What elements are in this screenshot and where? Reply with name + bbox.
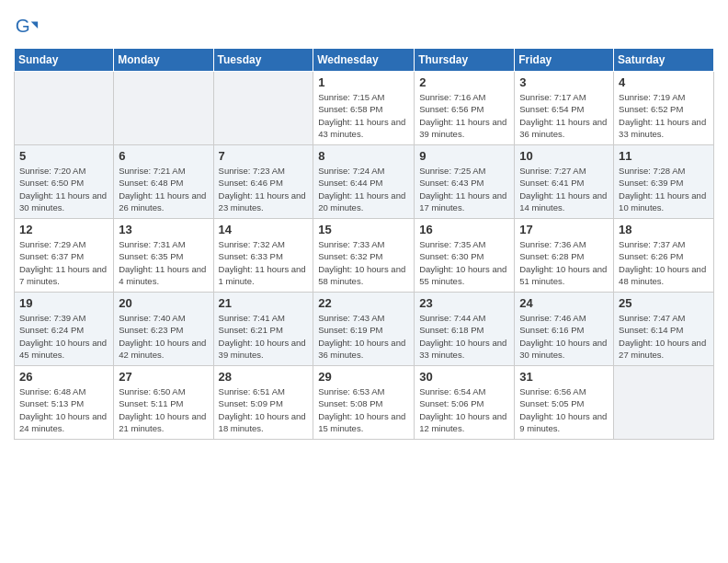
day-info: Sunrise: 7:46 AM Sunset: 6:16 PM Dayligh… [519, 312, 609, 361]
calendar-cell: 5Sunrise: 7:20 AM Sunset: 6:50 PM Daylig… [15, 145, 114, 219]
calendar-cell: 8Sunrise: 7:24 AM Sunset: 6:44 PM Daylig… [313, 145, 415, 219]
calendar-col-header: Wednesday [313, 49, 415, 72]
calendar-cell: 19Sunrise: 7:39 AM Sunset: 6:24 PM Dayli… [15, 293, 114, 366]
calendar-col-header: Friday [515, 49, 614, 72]
calendar-cell: 28Sunrise: 6:51 AM Sunset: 5:09 PM Dayli… [213, 366, 313, 440]
calendar-cell: 3Sunrise: 7:17 AM Sunset: 6:54 PM Daylig… [515, 72, 614, 145]
day-info: Sunrise: 7:43 AM Sunset: 6:19 PM Dayligh… [318, 312, 409, 361]
calendar-cell: 30Sunrise: 6:54 AM Sunset: 5:06 PM Dayli… [415, 366, 515, 440]
day-number: 16 [419, 223, 509, 236]
calendar-cell: 22Sunrise: 7:43 AM Sunset: 6:19 PM Dayli… [313, 293, 415, 366]
day-info: Sunrise: 6:51 AM Sunset: 5:09 PM Dayligh… [219, 385, 309, 434]
day-number: 19 [19, 296, 108, 310]
calendar-cell: 31Sunrise: 6:56 AM Sunset: 5:05 PM Dayli… [515, 366, 614, 440]
day-number: 2 [419, 75, 509, 89]
day-info: Sunrise: 6:50 AM Sunset: 5:11 PM Dayligh… [119, 385, 208, 434]
calendar-cell: 7Sunrise: 7:23 AM Sunset: 6:46 PM Daylig… [213, 145, 313, 219]
day-info: Sunrise: 7:19 AM Sunset: 6:52 PM Dayligh… [619, 91, 709, 140]
day-number: 11 [619, 149, 709, 163]
day-number: 14 [219, 223, 309, 236]
calendar-cell: 15Sunrise: 7:33 AM Sunset: 6:32 PM Dayli… [313, 219, 415, 293]
day-info: Sunrise: 7:41 AM Sunset: 6:21 PM Dayligh… [219, 312, 309, 361]
day-info: Sunrise: 7:16 AM Sunset: 6:56 PM Dayligh… [419, 91, 509, 140]
day-number: 24 [519, 296, 609, 310]
calendar-cell [614, 366, 714, 440]
calendar-cell: 13Sunrise: 7:31 AM Sunset: 6:35 PM Dayli… [114, 219, 213, 293]
day-number: 6 [119, 149, 208, 163]
day-number: 25 [619, 296, 709, 310]
calendar-cell: 12Sunrise: 7:29 AM Sunset: 6:37 PM Dayli… [15, 219, 114, 293]
calendar-col-header: Monday [114, 49, 213, 72]
calendar-cell: 18Sunrise: 7:37 AM Sunset: 6:26 PM Dayli… [614, 219, 714, 293]
day-number: 15 [318, 223, 409, 236]
day-info: Sunrise: 7:40 AM Sunset: 6:23 PM Dayligh… [119, 312, 208, 361]
day-number: 7 [219, 149, 309, 163]
calendar-cell [114, 72, 213, 145]
day-info: Sunrise: 7:37 AM Sunset: 6:26 PM Dayligh… [619, 238, 709, 287]
day-info: Sunrise: 6:54 AM Sunset: 5:06 PM Dayligh… [419, 385, 509, 434]
calendar-cell: 27Sunrise: 6:50 AM Sunset: 5:11 PM Dayli… [114, 366, 213, 440]
day-info: Sunrise: 7:31 AM Sunset: 6:35 PM Dayligh… [119, 238, 208, 287]
day-number: 18 [619, 223, 709, 236]
day-number: 22 [318, 296, 409, 310]
day-info: Sunrise: 7:29 AM Sunset: 6:37 PM Dayligh… [19, 238, 108, 287]
day-number: 30 [419, 370, 509, 384]
day-number: 13 [119, 223, 208, 236]
day-number: 21 [219, 296, 309, 310]
calendar-week-row: 26Sunrise: 6:48 AM Sunset: 5:13 PM Dayli… [15, 366, 714, 440]
day-info: Sunrise: 7:35 AM Sunset: 6:30 PM Dayligh… [419, 238, 509, 287]
day-number: 20 [119, 296, 208, 310]
calendar-cell: 2Sunrise: 7:16 AM Sunset: 6:56 PM Daylig… [415, 72, 515, 145]
calendar-cell: 6Sunrise: 7:21 AM Sunset: 6:48 PM Daylig… [114, 145, 213, 219]
calendar-cell: 29Sunrise: 6:53 AM Sunset: 5:08 PM Dayli… [313, 366, 415, 440]
day-info: Sunrise: 6:48 AM Sunset: 5:13 PM Dayligh… [19, 385, 108, 434]
day-number: 10 [519, 149, 609, 163]
day-info: Sunrise: 7:21 AM Sunset: 6:48 PM Dayligh… [119, 165, 208, 213]
day-info: Sunrise: 7:20 AM Sunset: 6:50 PM Dayligh… [19, 165, 108, 213]
day-info: Sunrise: 7:47 AM Sunset: 6:14 PM Dayligh… [619, 312, 709, 361]
day-number: 26 [19, 370, 108, 384]
calendar-week-row: 19Sunrise: 7:39 AM Sunset: 6:24 PM Dayli… [15, 293, 714, 366]
day-info: Sunrise: 7:15 AM Sunset: 6:58 PM Dayligh… [318, 91, 409, 140]
calendar-cell [213, 72, 313, 145]
calendar-week-row: 12Sunrise: 7:29 AM Sunset: 6:37 PM Dayli… [15, 219, 714, 293]
day-number: 23 [419, 296, 509, 310]
calendar-cell: 14Sunrise: 7:32 AM Sunset: 6:33 PM Dayli… [213, 219, 313, 293]
day-info: Sunrise: 7:28 AM Sunset: 6:39 PM Dayligh… [619, 165, 709, 213]
day-info: Sunrise: 7:39 AM Sunset: 6:24 PM Dayligh… [19, 312, 108, 361]
calendar-cell [15, 72, 114, 145]
day-info: Sunrise: 6:56 AM Sunset: 5:05 PM Dayligh… [519, 385, 609, 434]
calendar-cell: 9Sunrise: 7:25 AM Sunset: 6:43 PM Daylig… [415, 145, 515, 219]
day-number: 12 [19, 223, 108, 236]
calendar-col-header: Thursday [415, 49, 515, 72]
day-info: Sunrise: 7:32 AM Sunset: 6:33 PM Dayligh… [219, 238, 309, 287]
page-header: G [14, 9, 714, 40]
day-info: Sunrise: 7:17 AM Sunset: 6:54 PM Dayligh… [519, 91, 609, 140]
calendar-week-row: 1Sunrise: 7:15 AM Sunset: 6:58 PM Daylig… [15, 72, 714, 145]
logo: G [14, 15, 42, 40]
calendar-col-header: Tuesday [213, 49, 313, 72]
calendar-cell: 23Sunrise: 7:44 AM Sunset: 6:18 PM Dayli… [415, 293, 515, 366]
day-number: 1 [318, 75, 409, 89]
day-number: 17 [519, 223, 609, 236]
calendar-cell: 24Sunrise: 7:46 AM Sunset: 6:16 PM Dayli… [515, 293, 614, 366]
calendar-col-header: Sunday [15, 49, 114, 72]
calendar-cell: 20Sunrise: 7:40 AM Sunset: 6:23 PM Dayli… [114, 293, 213, 366]
day-info: Sunrise: 7:25 AM Sunset: 6:43 PM Dayligh… [419, 165, 509, 213]
day-number: 29 [318, 370, 409, 384]
day-info: Sunrise: 7:27 AM Sunset: 6:41 PM Dayligh… [519, 165, 609, 213]
day-number: 9 [419, 149, 509, 163]
day-number: 4 [619, 75, 709, 89]
calendar-cell: 11Sunrise: 7:28 AM Sunset: 6:39 PM Dayli… [614, 145, 714, 219]
calendar-week-row: 5Sunrise: 7:20 AM Sunset: 6:50 PM Daylig… [15, 145, 714, 219]
svg-text:G: G [16, 15, 30, 36]
logo-icon: G [14, 15, 40, 40]
day-number: 27 [119, 370, 208, 384]
day-info: Sunrise: 7:36 AM Sunset: 6:28 PM Dayligh… [519, 238, 609, 287]
calendar-header-row: SundayMondayTuesdayWednesdayThursdayFrid… [15, 49, 714, 72]
day-number: 28 [219, 370, 309, 384]
calendar-cell: 17Sunrise: 7:36 AM Sunset: 6:28 PM Dayli… [515, 219, 614, 293]
calendar-table: SundayMondayTuesdayWednesdayThursdayFrid… [14, 48, 714, 440]
day-info: Sunrise: 7:44 AM Sunset: 6:18 PM Dayligh… [419, 312, 509, 361]
day-number: 8 [318, 149, 409, 163]
